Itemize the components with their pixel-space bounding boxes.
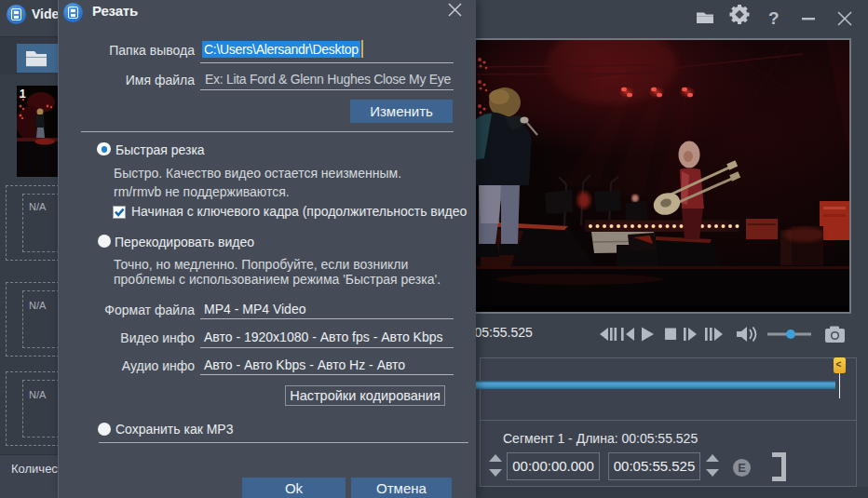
svg-text:?: ?	[768, 8, 780, 28]
